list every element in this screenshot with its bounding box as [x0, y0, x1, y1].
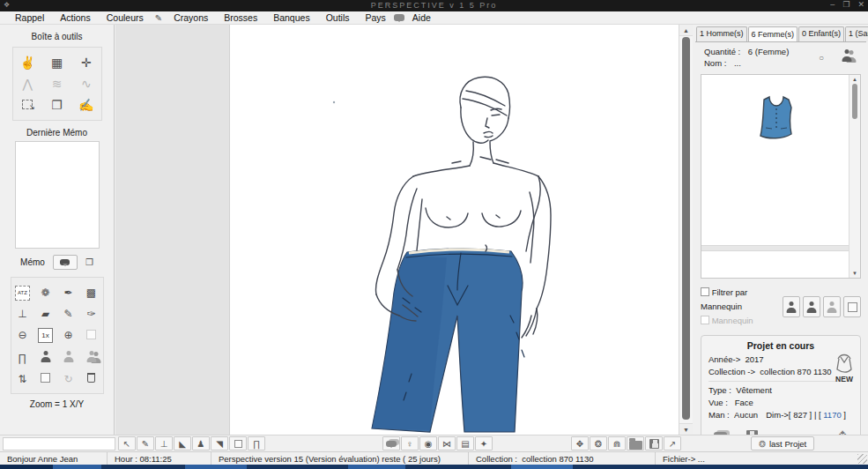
fold-tool-c-icon: ∿ [71, 78, 100, 90]
select-rect-tool-icon[interactable] [13, 99, 42, 111]
tab-femmes[interactable]: 6 Femme(s) [748, 26, 798, 41]
woman-filter-button[interactable] [803, 296, 820, 317]
menu-actions[interactable]: Actions [52, 12, 98, 23]
sheets-tool-icon[interactable]: ❐ [42, 99, 71, 111]
atz-text-tool[interactable]: ATZ [15, 286, 30, 301]
list-scroll-up-icon[interactable]: ▲ [849, 77, 860, 82]
child-filter-button[interactable] [823, 296, 841, 317]
menu-aide[interactable]: Aide [404, 12, 439, 23]
zoom-out-tool-icon[interactable]: ⊖ [18, 330, 26, 341]
mannequin-tool-icon[interactable] [40, 351, 51, 365]
mannequin-alt-tool-icon [63, 351, 74, 365]
collection-label: Collection -> [708, 367, 755, 376]
memo-copy-icon[interactable]: ❐ [85, 257, 93, 267]
mannequin-label: Mannequin [712, 316, 753, 325]
comments-icon[interactable] [382, 436, 400, 450]
flowers-tool-icon[interactable]: ❁ [41, 287, 49, 299]
status-file-label: Fichier-> [663, 454, 695, 464]
garment-list-row[interactable] [701, 75, 849, 245]
pen-tool-icon[interactable]: ✎ [137, 436, 154, 450]
zoom-1x-tool[interactable]: 1x [38, 328, 52, 343]
frame-tool-icon[interactable] [41, 373, 50, 385]
year-label: Année-> [708, 354, 740, 364]
title-bar: ❖ PERSPECTIVE v 1 5 Pro – ❐ ✕ [0, 0, 868, 11]
stamp-tool-icon[interactable]: ⊥ [18, 309, 26, 320]
menu-outils[interactable]: Outils [318, 12, 358, 23]
menu-crayons[interactable]: Crayons [166, 12, 216, 23]
dress-tool-icon[interactable]: ♟ [192, 436, 210, 450]
blank-filter-button[interactable] [843, 296, 861, 317]
new-project-icon[interactable]: NEW [834, 352, 855, 383]
vscrollbar-thumb[interactable] [682, 37, 690, 420]
filter-zone: Filtrer par Mannequin Mannequin [701, 286, 861, 328]
mannequin-pin-icon[interactable]: ♀ [401, 436, 419, 450]
export-arrow-icon[interactable]: ↗ [664, 436, 681, 450]
man-label: Man : [708, 410, 730, 420]
blue-top-thumbnail[interactable] [756, 94, 797, 145]
mannequin-checkbox [701, 316, 709, 324]
new-garment-icon[interactable]: ❂ [590, 436, 607, 450]
tab-hommes[interactable]: 1 Homme(s) [696, 26, 747, 41]
quill-tool-icon[interactable]: ✒ [63, 287, 72, 299]
cursor-tool-icon[interactable]: ↖ [118, 436, 136, 450]
pants-tool-icon[interactable]: ∏ [248, 436, 265, 450]
tab-sans[interactable]: 1 (Sans) [845, 26, 868, 41]
gloves-tool-icon[interactable]: ✌ [13, 56, 42, 69]
menu-couleurs[interactable]: Couleurs [99, 12, 152, 23]
scroll-down-icon[interactable]: ▼ [679, 423, 693, 435]
crosshair-tool-icon[interactable]: ✛ [71, 56, 100, 69]
minimize-button[interactable]: – [830, 0, 835, 9]
camera-icon[interactable]: ◉ [419, 436, 437, 450]
man-filter-button[interactable] [783, 296, 800, 317]
menu-banques[interactable]: Banques [265, 12, 317, 23]
list-vscrollbar[interactable]: ▲ ▼ [849, 75, 860, 278]
pencil-icon: ✎ [152, 13, 166, 23]
close-button[interactable]: ✕ [857, 0, 864, 9]
frame-tool-icon[interactable] [229, 436, 247, 450]
trash-tool-icon[interactable] [87, 373, 95, 385]
mannequin-panel: 1 Homme(s) 6 Femme(s) 0 Enfant(s) 1 (San… [694, 25, 868, 435]
list-scroll-down-icon[interactable]: ▼ [849, 271, 860, 276]
boots-tool-icon[interactable]: ∏ [19, 353, 27, 364]
menu-pays[interactable]: Pays [357, 12, 393, 23]
quick-input[interactable] [3, 437, 115, 450]
menu-bar: Rappel Actions Couleurs ✎ Crayons Brosse… [0, 11, 868, 25]
bow-icon[interactable]: ⋈ [438, 436, 456, 450]
shirt-sketch-icon[interactable]: ✦ [475, 436, 493, 450]
validate-hands-icon[interactable]: ✥ [571, 436, 589, 450]
stamp-tool-icon[interactable]: ⊥ [155, 436, 173, 450]
restore-button[interactable]: ❐ [842, 0, 849, 9]
tab-content: Quantité : 6 (Femme) Nom : ... ○ [695, 41, 866, 449]
filter-checkbox-row[interactable]: Filtrer par Mannequin [701, 286, 780, 314]
open-folder-icon[interactable] [627, 436, 644, 450]
vscroll-tool-icon[interactable]: ⇅ [18, 374, 26, 385]
coat-icon[interactable]: ⋒ [608, 436, 626, 450]
refresh-icon[interactable]: ○ [819, 53, 824, 63]
memo-stamp-button[interactable] [53, 255, 78, 270]
menu-rappel[interactable]: Rappel [7, 12, 52, 23]
list-scrollbar-thumb[interactable] [852, 84, 857, 119]
shoe-tool-icon[interactable]: ◣ [174, 436, 191, 450]
garment-list[interactable]: ▲ ▼ [701, 74, 861, 279]
drawing-canvas[interactable] [229, 25, 679, 435]
heel-tool-icon[interactable]: ◥ [211, 436, 228, 450]
pencil-tool-icon[interactable]: ✎ [63, 309, 72, 320]
menu-brosses[interactable]: Brosses [216, 12, 265, 23]
grid-tool-icon[interactable]: ▦ [42, 56, 71, 69]
scroll-up-icon[interactable]: ▲ [679, 25, 693, 36]
type-value: Vêtement [736, 385, 772, 395]
hand-sheets-tool-icon[interactable]: ✍ [71, 99, 100, 111]
dropper-tool-icon[interactable]: ✑ [86, 309, 95, 320]
filter-checkbox[interactable] [701, 287, 709, 296]
current-project-box: Projet en cours Année-> 2017 Collection … [701, 335, 861, 449]
tab-enfants[interactable]: 0 Enfant(s) [798, 26, 844, 41]
book-icon[interactable]: ▤ [456, 436, 474, 450]
eraser-tool-icon[interactable]: ▰ [41, 309, 49, 320]
last-projet-button[interactable]: ❂ last Projet [751, 436, 814, 450]
save-icon[interactable] [645, 436, 663, 450]
palette-tool-icon[interactable]: ▩ [86, 287, 96, 299]
resize-grip[interactable] [857, 454, 867, 464]
garment-list-row[interactable] [701, 251, 849, 278]
canvas-vscrollbar[interactable]: ▲ ▼ [679, 25, 693, 435]
zoom-in-tool-icon[interactable]: ⊕ [63, 330, 72, 341]
